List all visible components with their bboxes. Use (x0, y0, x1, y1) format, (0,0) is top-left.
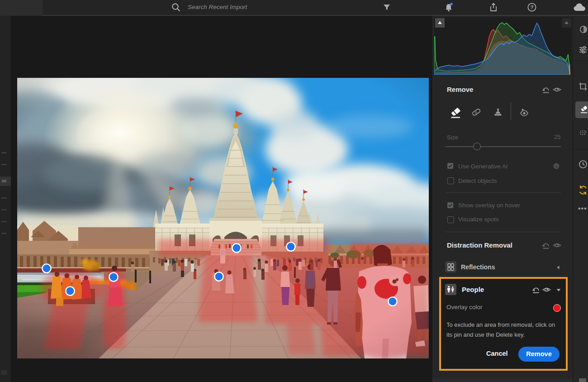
svg-text:?: ? (530, 5, 533, 10)
svg-text:i: i (556, 164, 557, 169)
